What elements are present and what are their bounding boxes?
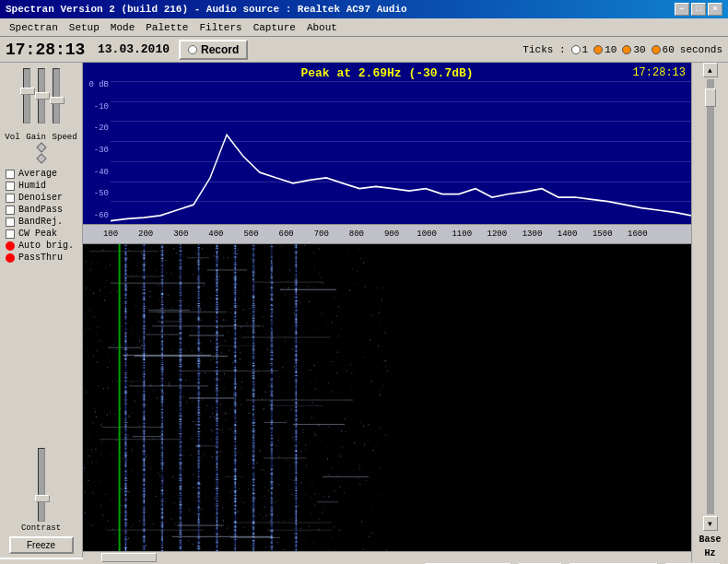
- freq-axis-inner: 100 200 300 400 500 600 700 800 900 1000…: [111, 225, 673, 243]
- db-30: -30: [85, 147, 109, 155]
- freq-tick-1400: 1400: [558, 229, 578, 239]
- spectrum-main: Peak at 2.69Hz (-30.7dB) 17:28:13 0 dB -…: [83, 63, 691, 562]
- freq-tick-1300: 1300: [523, 229, 543, 239]
- toolbar: 17:28:13 13.03.2010 Record Ticks : 1 10 …: [0, 37, 728, 63]
- freq-tick-1200: 1200: [487, 229, 508, 239]
- gain-slider-track[interactable]: [38, 68, 45, 123]
- ticks-section: Ticks : 1 10 30 60 seconds: [523, 44, 722, 55]
- record-button[interactable]: Record: [179, 40, 248, 60]
- filter-check-average[interactable]: [6, 170, 15, 179]
- freeze-button[interactable]: Freeze: [9, 536, 74, 554]
- freq-axis: 100 200 300 400 500 600 700 800 900 1000…: [83, 224, 691, 244]
- tick-radio-30: [622, 45, 631, 54]
- seconds-label: seconds: [680, 44, 722, 55]
- right-panel: ▲ ▼ Base Hz: [691, 63, 728, 562]
- contrast-thumb[interactable]: [35, 495, 50, 502]
- filter-average[interactable]: Average: [2, 168, 80, 180]
- filter-check-bandrej[interactable]: [6, 217, 15, 227]
- tick-option-10[interactable]: 10: [593, 44, 616, 55]
- filter-denoiser[interactable]: Denoiser: [2, 192, 80, 204]
- tick-option-60[interactable]: 60: [652, 44, 675, 55]
- tick-radio-10: [593, 45, 603, 54]
- menu-about[interactable]: About: [301, 20, 343, 35]
- window-title: Spectran Version 2 (build 216) - Audio s…: [6, 4, 407, 15]
- menu-setup[interactable]: Setup: [64, 20, 105, 35]
- spectrum-area: Peak at 2.69Hz (-30.7dB) 17:28:13 0 dB -…: [83, 63, 691, 224]
- minimize-button[interactable]: −: [675, 3, 689, 16]
- db-50: -50: [85, 190, 109, 198]
- menu-palette[interactable]: Palette: [140, 20, 194, 35]
- filter-check-humid[interactable]: [6, 182, 15, 191]
- contrast-label: Contrast: [21, 523, 61, 533]
- clock-display: 17:28:13: [6, 41, 88, 59]
- menu-filters[interactable]: Filters: [194, 20, 247, 35]
- tick-label-30: 30: [633, 44, 645, 55]
- filter-check-cwpeak[interactable]: [6, 229, 15, 239]
- freq-tick-300: 300: [173, 229, 188, 239]
- vol-slider-track[interactable]: [23, 68, 30, 123]
- tick-option-1[interactable]: 1: [571, 44, 589, 55]
- vol-label: Vol: [5, 133, 19, 142]
- contrast-slider-area: Contrast Freeze: [9, 446, 74, 554]
- menu-mode[interactable]: Mode: [105, 20, 140, 35]
- speed-slider-track[interactable]: [53, 68, 60, 123]
- spectrum-time: 17:28:13: [632, 66, 686, 79]
- filter-check-bandpass[interactable]: [6, 206, 15, 215]
- filter-red-passthru[interactable]: [6, 253, 15, 263]
- gain-slider-thumb[interactable]: [35, 92, 50, 100]
- freq-tick-0: 100: [103, 229, 118, 239]
- maximize-button[interactable]: □: [691, 3, 706, 16]
- title-bar-buttons: − □ ×: [675, 3, 722, 16]
- freq-tick-1500: 1500: [593, 229, 613, 239]
- filter-autobrig[interactable]: Auto brig.: [2, 240, 80, 252]
- vol-slider-thumb[interactable]: [20, 88, 35, 95]
- freq-tick-500: 500: [243, 229, 258, 239]
- menu-spectran[interactable]: Spectran: [4, 20, 64, 35]
- title-bar: Spectran Version 2 (build 216) - Audio s…: [0, 0, 728, 18]
- freq-tick-200: 200: [138, 229, 153, 239]
- spectrum-curve: [111, 81, 691, 224]
- waterfall-area: [83, 244, 691, 551]
- freq-tick-700: 700: [314, 229, 329, 239]
- close-button[interactable]: ×: [708, 3, 722, 16]
- filter-check-denoiser[interactable]: [6, 194, 15, 203]
- filter-label-average: Average: [18, 169, 57, 179]
- vol-slider-group: [23, 66, 30, 125]
- base-hz-labels: Base Hz: [692, 531, 728, 562]
- menu-capture[interactable]: Capture: [248, 20, 301, 35]
- filter-cwpeak[interactable]: CW Peak: [2, 228, 80, 240]
- filter-bandrej[interactable]: BandRej.: [2, 216, 80, 228]
- h-scrollbar[interactable]: [83, 551, 691, 562]
- db-scale: 0 dB -10 -20 -30 -40 -50 -60: [83, 63, 111, 224]
- filter-humid[interactable]: Humid: [2, 180, 80, 192]
- peak-label: Peak at 2.69Hz (-30.7dB): [300, 66, 473, 80]
- filter-passthru[interactable]: PassThru: [2, 252, 80, 264]
- freq-tick-800: 800: [349, 229, 364, 239]
- filter-red-autobrig[interactable]: [6, 241, 15, 251]
- menu-bar: Spectran Setup Mode Palette Filters Capt…: [0, 18, 728, 37]
- scroll-up-arrow[interactable]: ▲: [703, 63, 718, 77]
- filter-label-bandrej: BandRej.: [18, 217, 63, 227]
- scroll-thumb[interactable]: [705, 88, 716, 107]
- tick-label-60: 60: [663, 44, 675, 55]
- waterfall-canvas: [83, 244, 691, 551]
- speed-slider-thumb[interactable]: [50, 97, 65, 104]
- tick-label-1: 1: [582, 44, 589, 55]
- scroll-down-arrow[interactable]: ▼: [703, 516, 718, 531]
- filter-list: Average Humid Denoiser BandPass BandRej.…: [2, 168, 80, 264]
- scroll-track[interactable]: [707, 79, 714, 514]
- freq-tick-1100: 1100: [452, 229, 472, 239]
- diamond-2: [36, 153, 46, 163]
- contrast-track[interactable]: [38, 448, 45, 522]
- filter-label-bandpass: BandPass: [18, 205, 63, 215]
- record-label: Record: [201, 43, 239, 56]
- h-scroll-thumb[interactable]: [101, 553, 157, 562]
- db-10: -10: [85, 103, 109, 112]
- tick-option-30[interactable]: 30: [622, 44, 645, 55]
- spectrum-with-scroll: Peak at 2.69Hz (-30.7dB) 17:28:13 0 dB -…: [83, 63, 728, 562]
- right-area: Peak at 2.69Hz (-30.7dB) 17:28:13 0 dB -…: [83, 63, 728, 558]
- freq-tick-1600: 1600: [628, 229, 648, 239]
- db-20: -20: [85, 124, 109, 133]
- filter-bandpass[interactable]: BandPass: [2, 204, 80, 216]
- vgs-sliders: [23, 66, 60, 127]
